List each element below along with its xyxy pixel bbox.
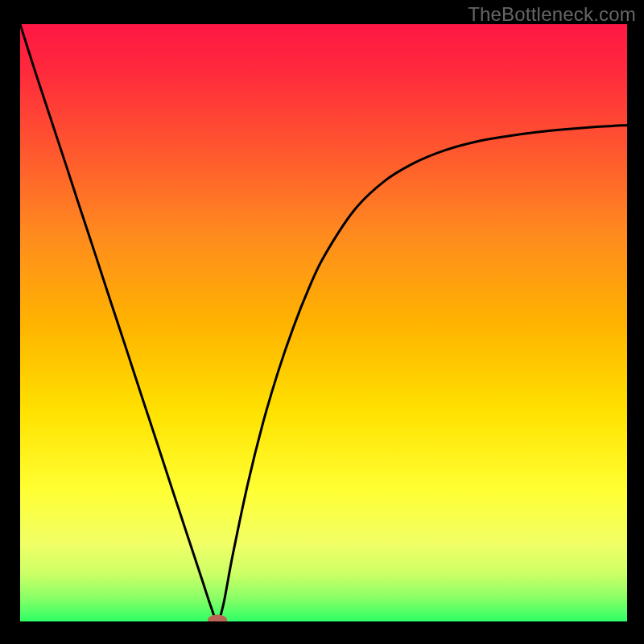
plot-background (20, 24, 627, 621)
bottleneck-chart (0, 0, 644, 644)
chart-frame: TheBottleneck.com (0, 0, 644, 644)
attribution-label: TheBottleneck.com (468, 3, 636, 26)
optimum-marker (208, 615, 227, 626)
